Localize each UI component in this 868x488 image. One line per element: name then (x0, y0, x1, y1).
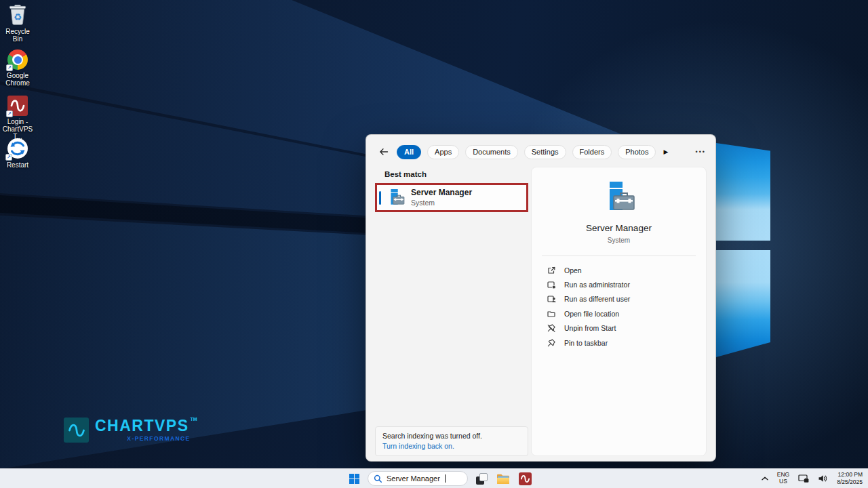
tab-folders[interactable]: Folders (572, 145, 612, 159)
action-pin-to-taskbar[interactable]: Pin to taskbar (532, 336, 706, 350)
action-label: Open file location (564, 310, 619, 318)
desktop-icon-label: Login - (1, 118, 35, 125)
task-view-icon (476, 473, 488, 485)
more-tabs-arrow-icon[interactable]: ▶ (663, 148, 668, 155)
selection-accent-bar (379, 191, 381, 205)
watermark-tm: TM (191, 417, 197, 422)
speaker-icon (818, 474, 828, 483)
tab-apps[interactable]: Apps (427, 145, 459, 159)
server-manager-icon (603, 182, 635, 214)
preview-app-title: Server Manager (532, 223, 706, 233)
indexing-notice-link[interactable]: Turn indexing back on. (382, 441, 521, 451)
tab-documents[interactable]: Documents (465, 145, 518, 159)
watermark-subtitle: X-PERFORMANCE (95, 435, 191, 442)
annotation-highlight-box: Server Manager System (375, 183, 528, 212)
server-manager-icon (387, 189, 405, 207)
desktop-icon-restart[interactable]: ↗ Restart (1, 138, 35, 169)
start-button[interactable] (346, 470, 362, 487)
result-subtitle: System (411, 199, 472, 207)
chartvps-app-icon: ↗ (7, 96, 28, 116)
chartvps-taskbar-button[interactable] (517, 470, 533, 487)
taskbar-search-input[interactable]: Server Manager (368, 471, 468, 486)
volume-button[interactable] (816, 472, 829, 485)
options-ellipsis-icon[interactable]: ••• (696, 148, 706, 155)
chartvps-logo-icon (64, 418, 89, 443)
action-label: Open (564, 266, 582, 274)
network-button[interactable] (797, 472, 810, 485)
network-icon (798, 474, 809, 483)
open-external-icon (547, 266, 556, 275)
desktop-icon-label: Chrome (5, 79, 30, 87)
tray-chevron-button[interactable] (760, 475, 770, 482)
preview-app-subtitle: System (532, 237, 706, 244)
action-open[interactable]: Open (532, 263, 706, 277)
wallpaper-window-pane-top (716, 143, 770, 241)
tab-all[interactable]: All (397, 145, 421, 159)
desktop-icon-google-chrome[interactable]: ↗ Google Chrome (1, 49, 35, 87)
back-button[interactable] (378, 147, 389, 157)
desktop-icon-label: Restart (7, 161, 28, 169)
chartvps-watermark: CHARTVPS TM X-PERFORMANCE (64, 418, 197, 443)
desktop-icon-label: Google (5, 72, 30, 79)
search-flyout-panel: All Apps Documents Settings Folders Phot… (366, 134, 716, 462)
region-code: US (779, 479, 787, 485)
text-cursor (445, 474, 446, 483)
shortcut-arrow-icon: ↗ (5, 154, 12, 161)
action-open-file-location[interactable]: Open file location (532, 306, 706, 321)
folder-icon (547, 309, 556, 319)
language-indicator[interactable]: ENG US (776, 470, 791, 487)
result-title: Server Manager (411, 188, 472, 198)
wallpaper-window-pane-bottom (716, 250, 770, 357)
shortcut-arrow-icon: ↗ (6, 64, 13, 71)
recycle-bin-icon: ♻ (7, 3, 28, 26)
chevron-up-icon (762, 476, 768, 481)
action-label: Run as different user (564, 295, 630, 303)
file-explorer-icon (496, 473, 510, 485)
desktop-icon-label: Recycle Bin (1, 28, 35, 43)
action-run-as-different-user[interactable]: Run as different user (532, 292, 706, 306)
watermark-brand: CHARTVPS (95, 418, 189, 434)
action-label: Run as administrator (564, 281, 630, 289)
tray-date: 8/25/2025 (837, 479, 863, 486)
best-match-header: Best match (384, 170, 427, 178)
search-filter-tabs: All Apps Documents Settings Folders Phot… (378, 143, 706, 161)
preview-pane: Server Manager System Open (531, 167, 707, 456)
file-explorer-button[interactable] (495, 470, 511, 487)
action-unpin-from-start[interactable]: Unpin from Start (532, 321, 706, 336)
desktop-icon-recycle-bin[interactable]: ♻ Recycle Bin (1, 3, 35, 43)
taskbar: Server Manager (0, 468, 868, 488)
tab-settings[interactable]: Settings (524, 145, 566, 159)
indexing-notice: Search indexing was turned off. Turn ind… (375, 426, 528, 456)
run-as-user-icon (547, 294, 556, 304)
search-icon (374, 474, 382, 483)
search-input-value: Server Manager (387, 474, 440, 483)
system-tray: ENG US 12:00 PM 8/25/2025 (760, 469, 864, 488)
chartvps-icon (519, 472, 532, 485)
tab-photos[interactable]: Photos (618, 145, 656, 159)
clock[interactable]: 12:00 PM 8/25/2025 (835, 470, 864, 487)
search-result-server-manager[interactable]: Server Manager System (377, 185, 526, 210)
divider (542, 256, 696, 256)
desktop-icon-login-chartvps[interactable]: ↗ Login - ChartVPS T... (1, 96, 35, 141)
shortcut-arrow-icon: ↗ (6, 110, 13, 117)
action-label: Unpin from Start (564, 324, 616, 332)
tray-time: 12:00 PM (838, 471, 863, 479)
unpin-icon (547, 323, 556, 333)
pin-icon (547, 338, 556, 348)
back-arrow-icon (378, 147, 389, 157)
windows-start-icon (349, 474, 359, 484)
svg-text:♻: ♻ (14, 12, 22, 22)
context-actions: Open Run as administrator Run as di (532, 263, 706, 350)
desktop: ♻ Recycle Bin ↗ Google Chrome ↗ Login - … (0, 0, 868, 488)
action-label: Pin to taskbar (564, 339, 608, 347)
task-view-button[interactable] (473, 470, 490, 487)
indexing-notice-message: Search indexing was turned off. (382, 431, 521, 441)
action-run-as-administrator[interactable]: Run as administrator (532, 277, 706, 291)
run-as-admin-icon (547, 280, 556, 289)
